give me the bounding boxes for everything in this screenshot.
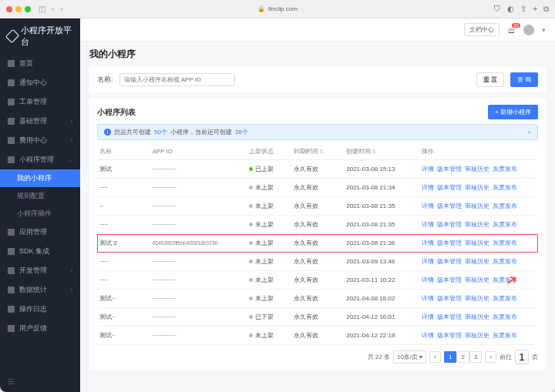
new-tab-icon[interactable]: + [533, 5, 537, 14]
prev-page-button[interactable]: ‹ [429, 351, 441, 363]
sidebar-item-label: 应用管理 [19, 227, 47, 237]
action-version[interactable]: 版本管理 [437, 166, 462, 173]
minimize-window-icon[interactable] [15, 6, 22, 12]
action-version[interactable]: 版本管理 [437, 332, 462, 339]
action-version[interactable]: 版本管理 [437, 184, 462, 191]
action-audit[interactable]: 审核历史 [465, 258, 489, 265]
notification-icon[interactable]: 🛎20 [507, 25, 516, 35]
sidebar-item[interactable]: 用户反馈 [0, 319, 80, 338]
action-gray[interactable]: 灰度发布 [493, 221, 517, 228]
action-detail[interactable]: 详情 [422, 221, 434, 228]
action-audit[interactable]: 审核历史 [465, 166, 489, 173]
action-detail[interactable]: 详情 [422, 184, 434, 191]
sidebar-item[interactable]: 数据统计› [0, 280, 80, 300]
action-gray[interactable]: 灰度发布 [493, 313, 517, 320]
sidebar-toggle-icon[interactable]: ◫ [39, 5, 45, 13]
sidebar-item[interactable]: 基础管理› [0, 112, 80, 131]
sidebar-item[interactable]: SDK 集成 [0, 242, 80, 261]
sidebar-subitem[interactable]: 规则配置 [0, 187, 80, 205]
action-audit[interactable]: 审核历史 [465, 184, 489, 191]
doc-center-button[interactable]: 文档中心 [464, 23, 500, 36]
action-gray[interactable]: 灰度发布 [493, 240, 517, 246]
action-detail[interactable]: 详情 [422, 332, 434, 339]
sidebar-item[interactable]: 开发管理› [0, 261, 80, 280]
sidebar-collapse-icon[interactable]: ☰ [0, 372, 80, 392]
action-gray[interactable]: 灰度发布 [493, 332, 517, 339]
cell-appid: ·················· [150, 327, 247, 345]
col-status[interactable]: 上架状态 [247, 143, 291, 160]
sidebar-item[interactable]: 通知中心 [0, 73, 80, 92]
reset-button[interactable]: 重 置 [476, 72, 504, 87]
action-detail[interactable]: 详情 [422, 313, 434, 320]
sidebar-item[interactable]: 应用管理 [0, 223, 80, 242]
alert-close-icon[interactable]: × [527, 129, 531, 136]
tabs-icon[interactable]: ⧉ [543, 5, 549, 14]
avatar[interactable] [523, 25, 534, 35]
action-gray[interactable]: 灰度发布 [493, 184, 517, 191]
action-gray[interactable]: 灰度发布 [493, 258, 517, 265]
brand-text: 小程序开放平台 [21, 25, 72, 48]
action-gray[interactable]: 灰度发布 [493, 295, 517, 302]
sidebar-item[interactable]: 操作日志 [0, 300, 80, 319]
action-detail[interactable]: 详情 [422, 166, 434, 173]
shield-icon[interactable]: ⛉ [493, 5, 501, 14]
action-version[interactable]: 版本管理 [437, 203, 462, 209]
page-number-button[interactable]: 3 [469, 351, 482, 363]
col-expire[interactable]: 到期时间⇅ [291, 143, 345, 160]
query-button[interactable]: 查 询 [510, 72, 538, 87]
sidebar-item[interactable]: 小程序管理⌄ [0, 150, 80, 169]
col-appid[interactable]: APP ID [150, 143, 247, 160]
sidebar-subitem[interactable]: 小程序插件 [0, 205, 80, 223]
window-controls[interactable] [6, 6, 31, 12]
next-page-button[interactable]: › [485, 351, 496, 363]
action-audit[interactable]: 审核历史 [465, 313, 489, 320]
action-gray[interactable]: 灰度发布 [493, 166, 517, 173]
cell-expire: 永久有效 [291, 160, 345, 179]
share-icon[interactable]: ⇪ [520, 5, 526, 14]
action-gray[interactable]: 灰度发布 [493, 276, 517, 283]
sidebar-item-label: 费用中心 [19, 136, 47, 146]
action-audit[interactable]: 审核历史 [465, 276, 489, 283]
action-gray[interactable]: 灰度发布 [493, 203, 517, 209]
back-icon[interactable]: ‹ [52, 5, 54, 13]
action-audit[interactable]: 审核历史 [465, 203, 489, 209]
action-detail[interactable]: 详情 [422, 240, 434, 246]
sidebar-item[interactable]: 费用中心› [0, 131, 80, 150]
action-detail[interactable]: 详情 [422, 276, 434, 283]
cell-actions: 详情版本管理审核历史灰度发布 [419, 160, 539, 179]
add-miniapp-button[interactable]: + 新增小程序 [488, 105, 538, 119]
action-version[interactable]: 版本管理 [437, 313, 462, 320]
action-detail[interactable]: 详情 [422, 295, 434, 302]
action-audit[interactable]: 审核历史 [465, 332, 489, 339]
page-number-button[interactable]: 2 [456, 351, 469, 363]
action-detail[interactable]: 详情 [422, 258, 434, 265]
sidebar-item[interactable]: 首页 [0, 54, 80, 73]
status-dot-icon [249, 186, 253, 189]
col-name[interactable]: 名称 [97, 143, 150, 160]
reader-icon[interactable]: ◐ [507, 5, 514, 14]
action-version[interactable]: 版本管理 [437, 276, 462, 283]
action-audit[interactable]: 审核历史 [465, 240, 489, 246]
col-created[interactable]: 创建时间⇅ [344, 143, 419, 160]
action-version[interactable]: 版本管理 [437, 240, 462, 246]
page-number-button[interactable]: 1 [444, 351, 456, 363]
sidebar-subitem[interactable]: 我的小程序 [0, 169, 80, 187]
maximize-window-icon[interactable] [25, 6, 31, 12]
action-audit[interactable]: 审核历史 [465, 295, 489, 302]
action-version[interactable]: 版本管理 [437, 221, 462, 228]
goto-page-input[interactable] [515, 350, 529, 364]
forward-icon[interactable]: › [60, 5, 62, 13]
page-size-select[interactable]: 10条/页 ▾ [393, 350, 426, 364]
search-input[interactable] [119, 73, 235, 86]
action-version[interactable]: 版本管理 [437, 258, 462, 265]
close-window-icon[interactable] [6, 6, 12, 12]
user-menu-chevron-icon[interactable]: ▾ [542, 26, 546, 34]
address-bar[interactable]: 🔒 finclip.com [257, 5, 298, 12]
cell-appid: ·················· [150, 179, 247, 197]
action-audit[interactable]: 审核历史 [465, 221, 489, 228]
cell-appid: ·················· [150, 290, 247, 308]
brand[interactable]: 小程序开放平台 [0, 18, 80, 54]
sidebar-item[interactable]: 工单管理 [0, 92, 80, 112]
action-detail[interactable]: 详情 [422, 203, 434, 209]
action-version[interactable]: 版本管理 [437, 295, 462, 302]
